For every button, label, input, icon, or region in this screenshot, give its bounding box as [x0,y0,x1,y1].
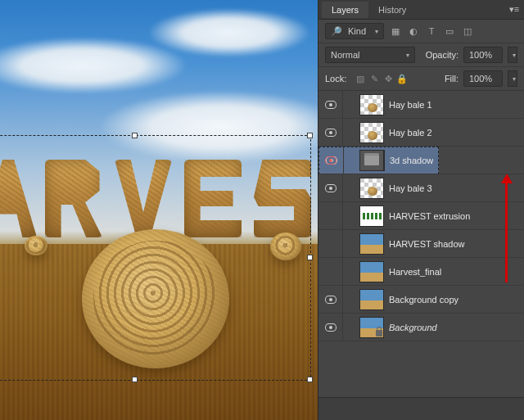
visibility-toggle[interactable] [318,286,343,313]
eye-icon [325,156,337,165]
layer-name[interactable]: Harvest_final [389,267,519,277]
visibility-toggle[interactable] [318,258,343,285]
layer-name[interactable]: Background copy [389,295,519,305]
layer-row[interactable]: HARVEST extrusion [318,202,524,230]
tab-layers[interactable]: Layers [322,2,368,18]
layer-name[interactable]: Hay bale 1 [389,100,519,110]
panel-menu-icon[interactable]: ▾≡ [508,4,521,15]
lock-row: Lock: ▨ ✎ ✥ 🔒 Fill: 100% ▾ [318,67,524,91]
blend-mode-select[interactable]: Normal▾ [325,47,415,63]
opacity-label: Opacity: [426,50,458,60]
visibility-toggle[interactable] [318,174,343,201]
layer-thumbnail [359,205,384,227]
filter-smart-icon[interactable]: ◫ [461,25,474,38]
panel-footer [318,397,524,420]
filter-kind-label: Kind [348,26,366,36]
artwork-letter [254,160,311,237]
artwork-letter [184,160,242,237]
layer-row[interactable]: Hay bale 3 [318,174,524,202]
lock-position-icon[interactable]: ✥ [382,72,394,85]
visibility-toggle[interactable] [318,147,343,174]
eye-icon [325,129,337,137]
fill-dropdown[interactable]: ▾ [508,70,517,87]
layer-filter-row: 🔎Kind▾ ▦ ◐ T ▭ ◫ [318,20,524,43]
eye-icon [325,323,337,332]
layer-thumbnail [359,94,384,115]
fill-input[interactable]: 100% [463,70,503,87]
artwork-bale [270,233,301,260]
tab-history[interactable]: History [368,2,416,18]
layers-panel: Layers History ▾≡ 🔎Kind▾ ▦ ◐ T ▭ ◫ Norma… [318,0,524,420]
visibility-toggle[interactable] [318,314,343,341]
visibility-toggle[interactable] [318,230,343,257]
layer-name[interactable]: HARVEST shadow [389,239,519,249]
filter-pixel-icon[interactable]: ▦ [389,25,402,38]
layer-thumbnail [359,178,384,199]
eye-icon [325,184,337,192]
filter-shape-icon[interactable]: ▭ [443,25,456,38]
lock-image-icon[interactable]: ✎ [368,72,380,85]
artwork-bale [82,229,229,368]
opacity-dropdown[interactable]: ▾ [508,47,517,63]
layer-row[interactable]: HARVEST shadow [318,230,524,258]
lock-all-icon[interactable]: 🔒 [396,72,408,85]
layer-row[interactable]: Hay bale 2 [318,119,524,147]
layer-name[interactable]: HARVEST extrusion [389,211,519,221]
lock-transparency-icon[interactable]: ▨ [355,72,366,85]
filter-adjustment-icon[interactable]: ◐ [407,25,420,38]
layer-thumbnail [359,289,384,310]
document-canvas[interactable] [0,0,318,420]
layer-thumbnail [359,317,384,338]
layer-thumbnail [359,122,384,143]
layer-thumbnail [359,261,384,282]
layer-name[interactable]: Background [389,323,519,332]
artwork-bale [25,236,47,255]
layer-row[interactable]: Hay bale 1 [318,91,524,119]
annotation-arrow [505,176,508,282]
blend-row: Normal▾ Opacity: 100% ▾ [318,43,524,67]
layer-name[interactable]: Typography [389,156,519,165]
eye-icon [325,101,337,109]
lock-label: Lock: [325,74,346,84]
panel-tabs: Layers History ▾≡ [318,0,524,20]
layer-row[interactable]: Background copy [318,286,524,314]
lock-icon [376,330,382,336]
layer-thumbnail [359,233,384,255]
visibility-toggle[interactable] [318,119,343,146]
layer-name[interactable]: Hay bale 2 [389,128,519,138]
visibility-toggle[interactable] [318,91,343,118]
fill-label: Fill: [445,74,458,84]
filter-type-icon[interactable]: T [425,25,438,38]
visibility-toggle[interactable] [318,202,343,229]
layer-row[interactable]: Background [318,314,524,341]
opacity-input[interactable]: 100% [463,47,503,63]
layer-row[interactable]: Typography [318,147,524,174]
layer-row[interactable]: Harvest_final [318,258,524,286]
layer-thumbnail [359,150,384,171]
eye-icon [325,296,337,304]
layer-list: Hay bale 1Hay bale 23d shadowTypographyH… [318,91,524,397]
layer-name[interactable]: Hay bale 3 [389,183,519,193]
filter-kind-select[interactable]: 🔎Kind▾ [325,23,384,39]
